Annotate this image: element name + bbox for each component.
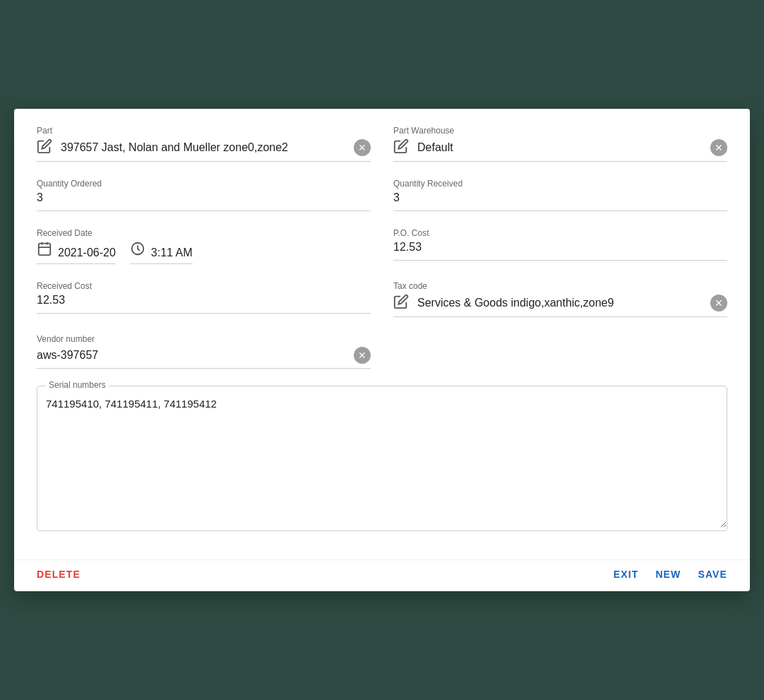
vendor-empty-col — [393, 334, 727, 369]
date-time-group: 2021-06-20 3:11 AM — [37, 241, 371, 264]
received-cost-label: Received Cost — [37, 281, 371, 291]
action-buttons: EXIT NEW SAVE — [614, 569, 727, 580]
vendor-number-label: Vendor number — [37, 334, 371, 344]
vendor-number-col: Vendor number aws-397657 ✕ — [37, 334, 371, 369]
serial-numbers-legend: Serial numbers — [46, 380, 109, 390]
quantity-row: Quantity Ordered 3 Quantity Received 3 — [37, 179, 727, 211]
part-label: Part — [37, 126, 371, 136]
serial-numbers-textarea[interactable]: 741195410, 741195411, 741195412 — [37, 386, 727, 528]
quantity-ordered-value[interactable]: 3 — [37, 191, 371, 211]
tax-code-clear-button[interactable]: ✕ — [710, 295, 727, 312]
cost-tax-row: Received Cost 12.53 Tax code Services & … — [37, 281, 727, 317]
received-time-value[interactable]: 3:11 AM — [151, 247, 193, 259]
part-warehouse-edit-icon — [393, 138, 409, 157]
part-value: 397657 Jast, Nolan and Mueller zone0,zon… — [61, 141, 354, 154]
part-field-col: Part 397657 Jast, Nolan and Mueller zone… — [37, 126, 371, 162]
vendor-number-clear-button[interactable]: ✕ — [354, 347, 371, 364]
quantity-ordered-label: Quantity Ordered — [37, 179, 371, 189]
quantity-received-col: Quantity Received 3 — [393, 179, 727, 211]
vendor-row: Vendor number aws-397657 ✕ — [37, 334, 727, 369]
tax-code-col: Tax code Services & Goods indigo,xanthic… — [393, 281, 727, 317]
po-cost-col: P.O. Cost 12.53 — [393, 228, 727, 264]
part-row: Part 397657 Jast, Nolan and Mueller zone… — [37, 126, 727, 162]
modal-body: Part 397657 Jast, Nolan and Mueller zone… — [14, 109, 750, 559]
tax-code-edit-icon — [393, 294, 409, 312]
date-sub-field: 2021-06-20 — [37, 241, 116, 264]
received-date-col: Received Date 2021-06-20 — [37, 228, 371, 264]
clock-icon — [130, 241, 145, 259]
modal-dialog: Part 397657 Jast, Nolan and Mueller zone… — [14, 109, 750, 591]
part-field: 397657 Jast, Nolan and Mueller zone0,zon… — [37, 138, 371, 162]
save-button[interactable]: SAVE — [698, 569, 727, 580]
tax-code-value: Services & Goods indigo,xanthic,zone9 — [417, 297, 710, 309]
po-cost-value[interactable]: 12.53 — [393, 241, 727, 261]
received-date-value[interactable]: 2021-06-20 — [58, 247, 116, 259]
vendor-number-value[interactable]: aws-397657 — [37, 349, 354, 362]
exit-button[interactable]: EXIT — [614, 569, 639, 580]
vendor-number-field: aws-397657 ✕ — [37, 347, 371, 369]
part-edit-icon — [37, 138, 52, 157]
calendar-icon — [37, 241, 52, 259]
new-button[interactable]: NEW — [655, 569, 681, 580]
date-cost-row: Received Date 2021-06-20 — [37, 228, 727, 264]
received-cost-value[interactable]: 12.53 — [37, 294, 371, 314]
part-warehouse-label: Part Warehouse — [393, 126, 727, 136]
quantity-ordered-col: Quantity Ordered 3 — [37, 179, 371, 211]
received-date-label: Received Date — [37, 228, 371, 238]
part-clear-button[interactable]: ✕ — [354, 139, 371, 156]
received-cost-col: Received Cost 12.53 — [37, 281, 371, 317]
po-cost-label: P.O. Cost — [393, 228, 727, 238]
tax-code-field: Services & Goods indigo,xanthic,zone9 ✕ — [393, 294, 727, 317]
serial-numbers-fieldset: Serial numbers 741195410, 741195411, 741… — [37, 386, 727, 531]
time-sub-field: 3:11 AM — [130, 241, 193, 264]
quantity-received-label: Quantity Received — [393, 179, 727, 189]
tax-code-label: Tax code — [393, 281, 727, 291]
modal-footer: DELETE EXIT NEW SAVE — [14, 559, 750, 591]
part-warehouse-field-col: Part Warehouse Default ✕ — [393, 126, 727, 162]
delete-button[interactable]: DELETE — [37, 569, 80, 580]
part-warehouse-value: Default — [417, 141, 710, 154]
part-warehouse-clear-button[interactable]: ✕ — [710, 139, 727, 156]
quantity-received-value[interactable]: 3 — [393, 191, 727, 211]
svg-rect-0 — [39, 244, 51, 256]
part-warehouse-field: Default ✕ — [393, 138, 727, 162]
